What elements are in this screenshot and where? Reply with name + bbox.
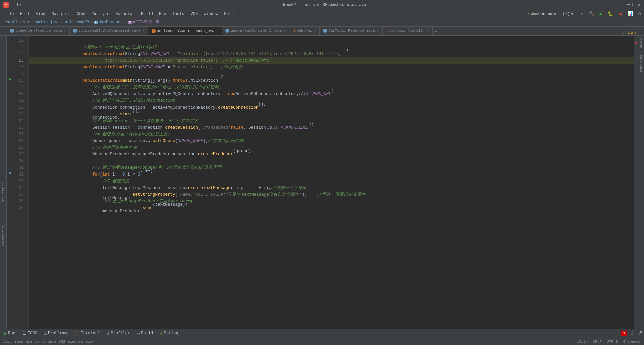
linenum-14: 14 bbox=[13, 51, 26, 57]
code-line-13: //定制activemq的地址,注意tcp协议 bbox=[29, 44, 634, 51]
spring-icon: ❋ bbox=[160, 331, 162, 336]
run-btn[interactable]: ▶ bbox=[598, 10, 604, 17]
close-btn[interactable]: ✕ bbox=[638, 2, 641, 8]
breadcrumb-field[interactable]: fACTIVEMQ_URL bbox=[128, 20, 162, 25]
favorites-panel-label[interactable]: Favorites bbox=[1, 226, 5, 246]
problems-btn[interactable]: ⚠ Problems bbox=[42, 330, 70, 337]
gutter-17 bbox=[7, 69, 13, 76]
structure-panel-label[interactable]: Structure bbox=[1, 182, 5, 202]
tabs-overflow[interactable]: ▾ bbox=[433, 29, 439, 35]
settings-btn[interactable]: ⚙ bbox=[637, 10, 642, 17]
run-gutter-icon[interactable]: ▶ bbox=[9, 77, 11, 82]
tab-close-btn[interactable]: ✕ bbox=[143, 29, 145, 33]
menu-code[interactable]: Code bbox=[74, 11, 89, 17]
tab-close-btn[interactable]: ✕ bbox=[377, 29, 379, 33]
terminal-btn[interactable]: ⬛ Terminal bbox=[72, 330, 103, 337]
gutter-19 bbox=[7, 82, 13, 89]
menu-tools[interactable]: Tools bbox=[170, 11, 187, 17]
breadcrumb-demo01[interactable]: demo01 bbox=[3, 20, 18, 25]
linenum-15: 15 bbox=[13, 57, 26, 64]
breadcrumb-class[interactable]: CJmsProduce bbox=[94, 20, 123, 25]
debug-btn[interactable]: 🐛 bbox=[606, 10, 615, 17]
menu-navigate[interactable]: Navigate bbox=[49, 11, 73, 17]
tab-icon bbox=[323, 29, 327, 33]
minimize-btn[interactable]: ─ bbox=[627, 2, 630, 8]
status-left: All files are up-to-date (52 minutes ago… bbox=[3, 340, 94, 344]
menu-edit[interactable]: Edit bbox=[17, 11, 33, 17]
menu-file[interactable]: File bbox=[11, 3, 21, 7]
todo-btn[interactable]: ☰ TODO bbox=[20, 330, 40, 337]
linenum-12: 12 bbox=[13, 37, 26, 44]
linenum-19: 19 bbox=[13, 84, 26, 91]
nav-up[interactable]: ∧ bbox=[631, 30, 633, 35]
tab-activemqdb-jmsconsumer2[interactable]: activemqDB\JmsConsumer2.java ✕ bbox=[70, 27, 148, 35]
code-line-31: //6.通过使用messageProducer生产3条消息发送到MQ的队列里面 bbox=[29, 164, 634, 171]
linenum-29: 29 bbox=[13, 151, 26, 158]
menu-view[interactable]: View bbox=[33, 11, 48, 17]
linenum-35: 35 bbox=[13, 191, 26, 198]
build-tool-btn[interactable]: ⚒ Build bbox=[135, 330, 156, 337]
bottom-toolbar: ▶ Run ☰ TODO ⚠ Problems ⬛ Terminal ◎ Pro… bbox=[0, 329, 644, 338]
breadcrumb-java[interactable]: java bbox=[50, 20, 60, 25]
code-line-28: //5.创建消息的生产者 bbox=[29, 144, 634, 151]
tab-pomxml[interactable]: m pom.xml (demo01) ✕ bbox=[383, 27, 433, 35]
maximize-btn[interactable]: □ bbox=[632, 2, 635, 8]
menu-file[interactable]: File bbox=[2, 11, 17, 17]
profiler-btn[interactable]: ◎ Profiler bbox=[104, 330, 133, 337]
bookmark-icon[interactable]: ◆ bbox=[9, 171, 11, 175]
status-charset[interactable]: UTF-8 bbox=[607, 340, 618, 344]
tab-close-btn[interactable]: ✕ bbox=[284, 29, 286, 33]
menu-build[interactable]: Build bbox=[138, 11, 156, 17]
problems-icon: ⚠ bbox=[44, 331, 47, 336]
tab-close-btn[interactable]: ✕ bbox=[64, 29, 66, 33]
tab-jmstopic-produce[interactable]: JmsTopic_Produce.java ✕ bbox=[320, 27, 383, 35]
gutter-34 bbox=[7, 183, 13, 190]
scroll-gutter[interactable] bbox=[634, 36, 638, 329]
todo-icon: ☰ bbox=[22, 331, 26, 336]
build-btn[interactable]: 🔨 bbox=[587, 10, 596, 17]
gutter-23 bbox=[7, 109, 13, 116]
code-line-14: public static final String ACTIVEMQ_URL … bbox=[29, 51, 634, 57]
code-line-12 bbox=[29, 37, 634, 44]
linenum-20: 20 bbox=[13, 91, 26, 97]
profile-btn[interactable]: 📊 bbox=[626, 10, 634, 17]
editor-panel: ▶ ◆ bbox=[7, 36, 638, 329]
code-line-15: "tcp://192.168.83.141:61618)?randomize=f… bbox=[29, 57, 634, 64]
editor-area: Structure Favorites ▶ bbox=[0, 36, 644, 329]
tab-icon bbox=[73, 29, 77, 33]
code-content[interactable]: //定制activemq的地址,注意tcp协议 public static fi… bbox=[29, 36, 634, 329]
status-right: 15:14 CRLF UTF-8 4 spaces bbox=[577, 340, 641, 344]
nav-down[interactable]: ∨ bbox=[634, 30, 636, 35]
line-numbers: 12 13 14 15 16 17 18 19 20 21 22 23 24 2… bbox=[13, 36, 29, 329]
status-line-ending[interactable]: CRLF bbox=[593, 340, 602, 344]
stop-btn[interactable]: ■ bbox=[618, 11, 623, 17]
maven-panel-label[interactable]: Maven bbox=[639, 36, 643, 52]
status-indent[interactable]: 4 spaces bbox=[623, 340, 641, 344]
gutter-18[interactable]: ▶ bbox=[7, 76, 13, 82]
refresh-btn[interactable]: ↻ bbox=[579, 10, 584, 17]
menu-run[interactable]: Run bbox=[156, 11, 169, 17]
tab-close-btn[interactable]: ✕ bbox=[427, 29, 429, 33]
breadcrumb-activemqdb[interactable]: activemqDB bbox=[65, 20, 89, 25]
linenum-37: 37 bbox=[13, 205, 26, 211]
menu-help[interactable]: Help bbox=[221, 11, 236, 17]
database-panel-label[interactable]: Database bbox=[639, 52, 643, 75]
breadcrumb-src[interactable]: src bbox=[23, 20, 30, 25]
linenum-24: 24 bbox=[13, 118, 26, 124]
menu-window[interactable]: Window bbox=[201, 11, 221, 17]
run-tool-btn[interactable]: ▶ Run bbox=[2, 330, 18, 337]
tab-queue-jmsproduce[interactable]: queue\JmsProduce.java ✕ bbox=[7, 27, 70, 35]
linenum-26: 26 bbox=[13, 131, 26, 138]
linenum-21: 21 bbox=[13, 97, 26, 104]
run-config-selector[interactable]: ● JmsConsumer2 (1) ▼ bbox=[525, 11, 576, 17]
tab-webxml[interactable]: ⊞ web.xml ✕ bbox=[289, 27, 320, 35]
tab-close-btn[interactable]: ✕ bbox=[216, 29, 218, 33]
breadcrumb-main[interactable]: main bbox=[35, 20, 45, 25]
tab-activemqdb-jmsproduce[interactable]: activemqDB\JmsProduce.java ✕ bbox=[148, 27, 222, 35]
tab-queue-jmsconsumer2[interactable]: queue\JmsConsumer2.java ✕ bbox=[222, 27, 289, 35]
menu-analyze[interactable]: Analyze bbox=[90, 11, 112, 17]
menu-refactor[interactable]: Refactor bbox=[113, 11, 138, 17]
menu-vcs[interactable]: VCS bbox=[188, 11, 201, 17]
spring-btn[interactable]: ❋ Spring bbox=[157, 330, 181, 337]
tab-close-btn[interactable]: ✕ bbox=[314, 29, 316, 33]
